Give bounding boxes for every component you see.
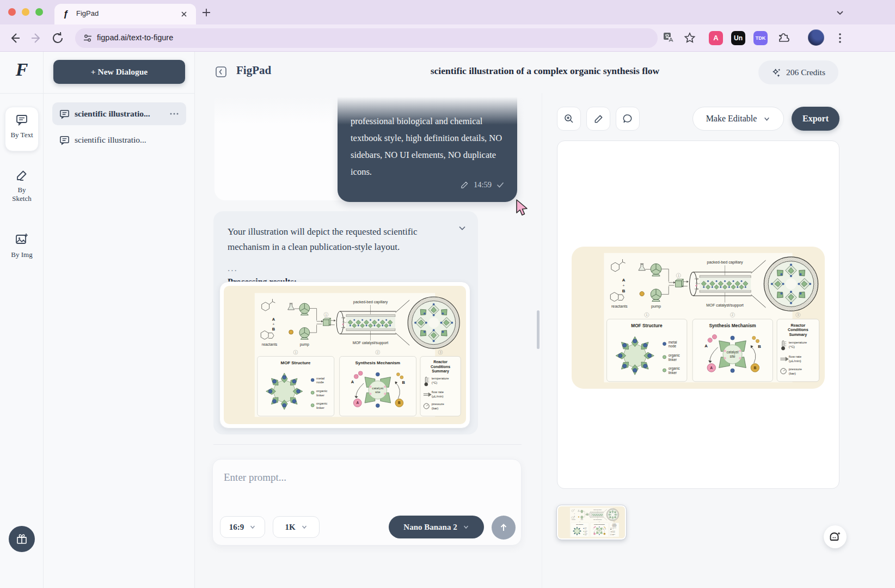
prompt-card: Enter prompt... 16:9 1K Nano Banana 2: [212, 459, 522, 546]
send-prompt-button[interactable]: [492, 516, 516, 540]
dialogue-sidebar: + New Dialogue scientific illustratio...…: [44, 52, 195, 588]
window-close-button[interactable]: [8, 8, 16, 16]
window-minimize-button[interactable]: [22, 8, 29, 16]
chat-area: professional biological and chemical tex…: [195, 93, 542, 588]
nav-by-img-label: By Img: [0, 250, 44, 259]
canvas-card: [557, 140, 839, 489]
edit-message-icon[interactable]: [461, 181, 469, 189]
tab-title: FigPad: [76, 9, 99, 17]
preview-panel: Make Editable Export: [542, 93, 895, 588]
site-info-icon[interactable]: [83, 33, 93, 43]
chat-divider: [213, 444, 522, 445]
browser-tab[interactable]: ƒ FigPad: [54, 4, 196, 24]
browser-menu-icon[interactable]: [833, 31, 847, 45]
chevron-down-icon: [763, 115, 770, 122]
document-title: scientific illustration of a complex org…: [273, 65, 817, 77]
user-message-text: professional biological and chemical tex…: [351, 116, 502, 177]
collapse-message-icon[interactable]: [457, 223, 467, 233]
dialogue-item-2[interactable]: scientific illustratio...: [52, 128, 186, 151]
extension-un-icon[interactable]: Un: [731, 31, 745, 45]
aspect-ratio-select[interactable]: 16:9: [220, 516, 265, 538]
dialogue-menu-icon[interactable]: [169, 112, 179, 115]
model-select[interactable]: Nano Banana 2: [389, 516, 484, 538]
chatbot-icon: [829, 530, 842, 543]
collapse-sidebar-icon[interactable]: [215, 66, 227, 78]
extensions-puzzle-icon[interactable]: [776, 31, 790, 45]
message-time: 14:59: [474, 176, 492, 193]
chevron-down-icon: [463, 524, 469, 530]
comment-bubble-icon: [622, 113, 633, 124]
dialogue-icon: [59, 135, 70, 145]
result-illustration[interactable]: [224, 286, 466, 424]
extension-translate-icon[interactable]: A: [709, 31, 723, 45]
drawer-divider: [44, 93, 195, 94]
dialogue-icon: [59, 109, 70, 119]
tab-search-chevron-icon[interactable]: [835, 8, 845, 17]
sent-check-icon: [496, 182, 504, 188]
pencil-icon: [15, 169, 28, 182]
new-dialogue-button[interactable]: + New Dialogue: [53, 60, 185, 84]
dialogue-title: scientific illustratio...: [75, 135, 179, 145]
profile-avatar[interactable]: [808, 29, 824, 46]
preview-illustration[interactable]: [572, 247, 825, 389]
bookmark-star-icon[interactable]: [683, 31, 697, 45]
main-header: FigPad scientific illustration of a comp…: [195, 52, 895, 93]
credits-label: 206 Credits: [786, 68, 825, 77]
chevron-down-icon: [301, 524, 308, 530]
browser-tab-strip: ƒ FigPad: [0, 0, 895, 24]
nav-by-text[interactable]: By Text: [5, 107, 39, 151]
comment-tool-button[interactable]: [616, 107, 640, 131]
gift-icon: [16, 533, 28, 545]
reload-icon[interactable]: [51, 31, 65, 45]
figpad-window: ƒ FigPad figpad.ai/text-to-figure A Un T…: [0, 0, 895, 588]
zoom-in-icon: [563, 113, 574, 124]
arrow-up-icon: [499, 523, 508, 532]
figpad-logo[interactable]: F: [0, 59, 44, 80]
sparkle-icon: [771, 68, 782, 78]
chat-bubble-icon: [15, 113, 28, 126]
result-image-card[interactable]: [219, 281, 470, 428]
zoom-tool-button[interactable]: [557, 107, 581, 131]
back-icon[interactable]: [8, 31, 22, 45]
image-plus-icon: [15, 232, 29, 247]
extension-tdk-icon[interactable]: TDK: [753, 31, 768, 45]
prompt-input[interactable]: Enter prompt...: [224, 471, 286, 483]
nav-by-text-label: By Text: [5, 131, 38, 139]
dialogue-title: scientific illustratio...: [75, 109, 164, 119]
translate-icon[interactable]: [662, 31, 676, 45]
chevron-down-icon: [249, 524, 256, 530]
new-tab-icon[interactable]: [201, 8, 211, 17]
assistant-chat-button[interactable]: [824, 525, 847, 548]
make-editable-dropdown[interactable]: Make Editable: [692, 107, 784, 131]
credits-button[interactable]: 206 Credits: [758, 60, 838, 84]
forward-icon[interactable]: [29, 31, 44, 45]
pencil-icon: [593, 114, 604, 124]
chat-top-fade: [195, 93, 542, 125]
tab-close-icon[interactable]: [180, 10, 188, 19]
assistant-message-card: Your illustration will depict the reques…: [213, 211, 478, 434]
nav-by-img[interactable]: By Img: [0, 232, 44, 259]
browser-toolbar: figpad.ai/text-to-figure A Un TDK: [0, 24, 895, 52]
tab-favicon: ƒ: [63, 9, 68, 20]
rewards-button[interactable]: [9, 526, 35, 552]
app-name: FigPad: [236, 64, 271, 77]
nav-by-sketch-label: By Sketch: [0, 186, 44, 203]
chat-scrollbar[interactable]: [537, 310, 540, 349]
url-bar[interactable]: figpad.ai/text-to-figure: [75, 28, 658, 48]
assistant-summary: Your illustration will depict the reques…: [228, 224, 455, 254]
resolution-select[interactable]: 1K: [273, 516, 320, 538]
version-thumbnail[interactable]: [557, 505, 626, 540]
dialogue-item-1[interactable]: scientific illustratio...: [52, 102, 186, 125]
rail-divider: [0, 93, 44, 94]
assistant-ellipsis: ...: [228, 263, 464, 274]
edit-tool-button[interactable]: [586, 107, 610, 131]
left-rail: F By Text By Sketch By Img: [0, 52, 44, 588]
nav-by-sketch[interactable]: By Sketch: [0, 169, 44, 203]
mouse-cursor: [516, 199, 530, 217]
export-button[interactable]: Export: [792, 107, 839, 131]
window-zoom-button[interactable]: [35, 8, 43, 16]
url-text: figpad.ai/text-to-figure: [97, 33, 173, 42]
